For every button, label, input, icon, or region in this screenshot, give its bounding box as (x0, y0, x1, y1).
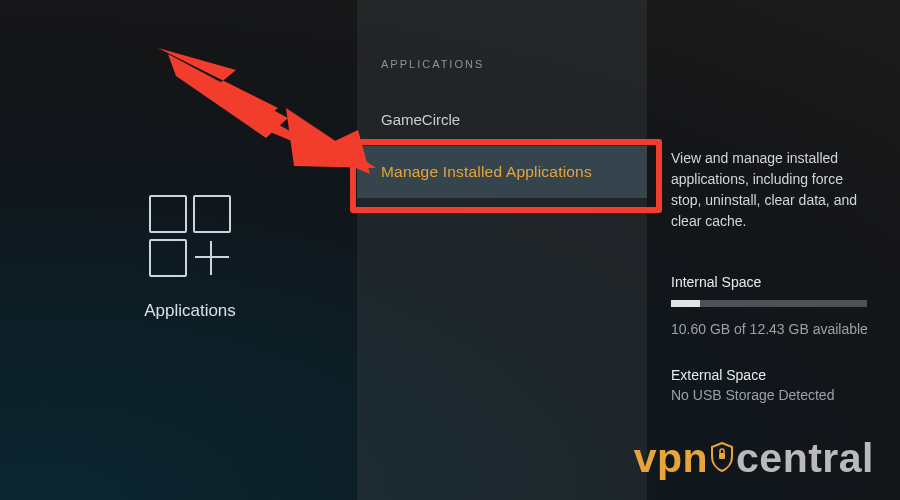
section-header: APPLICATIONS (357, 58, 647, 70)
list-item-manage-installed-applications[interactable]: Manage Installed Applications (357, 146, 647, 198)
svg-marker-1 (168, 54, 288, 138)
watermark-text-right: central (736, 435, 874, 482)
storage-bar (671, 300, 867, 307)
svg-marker-0 (158, 48, 370, 174)
annotation-arrow-icon (158, 48, 378, 178)
detail-pane: View and manage installed applications, … (647, 0, 900, 500)
apps-grid-plus-icon (149, 195, 231, 277)
category-label: Applications (110, 301, 270, 321)
external-space-header: External Space (671, 367, 874, 383)
internal-space-header: Internal Space (671, 274, 874, 290)
svg-rect-3 (719, 453, 725, 459)
list-item-gamecircle[interactable]: GameCircle (357, 94, 647, 146)
shield-icon (711, 435, 733, 482)
storage-bar-fill (671, 300, 700, 307)
detail-description: View and manage installed applications, … (671, 148, 874, 232)
external-space-status: No USB Storage Detected (671, 387, 874, 403)
watermark-text-left: vpn (634, 435, 708, 482)
storage-available-text: 10.60 GB of 12.43 GB available (671, 319, 874, 339)
category-card-applications[interactable]: Applications (110, 195, 270, 321)
watermark-vpncentral: vpn central (634, 435, 874, 482)
settings-list-column: APPLICATIONS GameCircle Manage Installed… (357, 0, 647, 500)
